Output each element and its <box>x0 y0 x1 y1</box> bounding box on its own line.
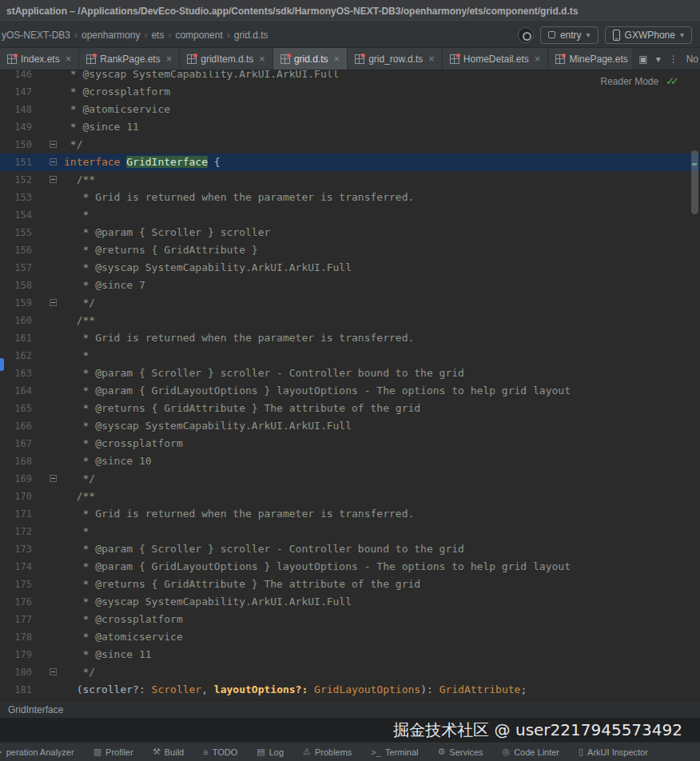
line-number[interactable]: 167 <box>0 435 32 452</box>
code-line[interactable]: 179 * @since 11 <box>0 646 700 663</box>
code-line[interactable]: 160 /** <box>0 312 700 329</box>
close-icon[interactable]: × <box>166 54 173 64</box>
line-number[interactable]: 164 <box>0 382 32 400</box>
line-number[interactable]: 168 <box>0 452 32 470</box>
editor-tab[interactable]: grid_row.d.ts× <box>348 48 443 70</box>
editor-tab[interactable]: HomeDetail.ets× <box>443 48 549 70</box>
line-number[interactable]: 155 <box>0 224 32 241</box>
close-icon[interactable]: × <box>334 54 340 64</box>
line-number[interactable]: 156 <box>0 241 32 259</box>
code-line[interactable]: 173 * @param { Scroller } scroller - Con… <box>0 540 700 558</box>
statusbar-item[interactable]: >_Terminal <box>371 747 418 757</box>
line-number[interactable]: 172 <box>0 523 32 540</box>
code-line[interactable]: 167 * @crossplatform <box>0 435 700 452</box>
statusbar-item[interactable]: ◔peration Analyzer <box>0 747 74 757</box>
close-icon[interactable]: × <box>66 54 72 64</box>
line-number[interactable]: 180 <box>0 663 32 681</box>
code-line[interactable]: 150 */ <box>0 136 700 153</box>
code-line[interactable]: 162 * <box>0 347 700 365</box>
line-number[interactable]: 158 <box>0 277 32 294</box>
code-line[interactable]: 169 */ <box>0 470 700 488</box>
line-number[interactable]: 148 <box>0 101 32 118</box>
line-number[interactable]: 174 <box>0 558 32 576</box>
structure-breadcrumb-item[interactable]: GridInterface <box>8 704 63 715</box>
code-line[interactable]: 163 * @param { Scroller } scroller - Con… <box>0 365 700 382</box>
inspections-ok-icon[interactable]: ✓✓ <box>666 75 679 87</box>
line-number[interactable]: 149 <box>0 118 32 136</box>
tab-options-kebab-icon[interactable]: ⋮ <box>669 54 678 65</box>
breadcrumb-item[interactable]: component <box>175 30 222 41</box>
statusbar-item[interactable]: ▥Profiler <box>93 747 133 757</box>
line-number[interactable]: 170 <box>0 488 32 505</box>
editor-tab[interactable]: Index.ets× <box>0 48 79 70</box>
device-manager-icon[interactable] <box>518 27 534 43</box>
line-number[interactable]: 150 <box>0 136 32 153</box>
reader-mode-label[interactable]: Reader Mode <box>600 76 658 87</box>
editor-tab[interactable]: RankPage.ets× <box>79 48 180 70</box>
line-number[interactable]: 161 <box>0 329 32 347</box>
code-line[interactable]: 161 * Grid is returned when the paramete… <box>0 329 700 347</box>
statusbar-item[interactable]: ≡TODO <box>203 747 237 757</box>
code-line[interactable]: 178 * @atomicservice <box>0 628 700 646</box>
code-line[interactable]: 155 * @param { Scroller } scroller <box>0 224 700 241</box>
statusbar-item[interactable]: ⚒Build <box>153 747 184 757</box>
code-line[interactable]: 149 * @since 11 <box>0 118 700 136</box>
editor-tab[interactable]: MinePage.ets× <box>548 48 632 70</box>
breadcrumb-item[interactable]: yOS-NEXT-DB3 <box>2 30 70 41</box>
code-line[interactable]: 147 * @crossplatform <box>0 83 700 101</box>
code-line[interactable]: 151interface GridInterface { <box>0 153 700 171</box>
close-icon[interactable]: × <box>535 54 541 64</box>
code-line[interactable]: 157 * @syscap SystemCapability.ArkUI.Ark… <box>0 259 700 277</box>
line-number[interactable]: 173 <box>0 540 32 558</box>
statusbar-item[interactable]: ◎Code Linter <box>503 747 559 757</box>
line-number[interactable]: 179 <box>0 646 32 663</box>
code-line[interactable]: 176 * @syscap SystemCapability.ArkUI.Ark… <box>0 593 700 611</box>
line-number[interactable]: 175 <box>0 576 32 593</box>
fold-marker-icon[interactable] <box>50 141 57 148</box>
code-line[interactable]: 171 * Grid is returned when the paramete… <box>0 505 700 523</box>
line-number[interactable]: 176 <box>0 593 32 611</box>
code-line[interactable]: 180 */ <box>0 663 700 681</box>
statusbar-item[interactable]: ⚙Services <box>437 747 483 757</box>
right-stripe-label[interactable]: No <box>686 54 698 65</box>
code-line[interactable]: 159 */ <box>0 294 700 312</box>
line-number[interactable]: 151 <box>0 153 32 171</box>
line-number[interactable]: 159 <box>0 294 32 312</box>
code-line[interactable]: 146 * @syscap SystemCapability.ArkUI.Ark… <box>0 70 700 83</box>
code-line[interactable]: 175 * @returns { GridAttribute } The att… <box>0 576 700 593</box>
line-number[interactable]: 177 <box>0 611 32 628</box>
code-line[interactable]: 168 * @since 10 <box>0 452 700 470</box>
line-number[interactable]: 181 <box>0 681 32 699</box>
line-number[interactable]: 163 <box>0 365 32 382</box>
line-number[interactable]: 154 <box>0 206 32 224</box>
code-line[interactable]: 165 * @returns { GridAttribute } The att… <box>0 400 700 417</box>
code-line[interactable]: 172 * <box>0 523 700 540</box>
recent-files-icon[interactable]: ▣ <box>638 54 647 65</box>
fold-marker-icon[interactable] <box>50 668 57 675</box>
line-number[interactable]: 146 <box>0 70 32 83</box>
code-line[interactable]: 154 * <box>0 206 700 224</box>
breadcrumb-item[interactable]: grid.d.ts <box>234 30 268 41</box>
line-number[interactable]: 178 <box>0 628 32 646</box>
code-line[interactable]: 164 * @param { GridLayoutOptions } layou… <box>0 382 700 400</box>
editor-tab[interactable]: grid.d.ts× <box>273 48 348 70</box>
code-line[interactable]: 152 /** <box>0 171 700 189</box>
line-number[interactable]: 169 <box>0 470 32 488</box>
fold-marker-icon[interactable] <box>50 475 57 482</box>
line-number[interactable]: 165 <box>0 400 32 417</box>
hidden-tabs-chevron-icon[interactable]: ▾ <box>656 54 661 65</box>
close-icon[interactable]: × <box>428 54 435 64</box>
device-selector[interactable]: GXWPhone ▾ <box>605 26 692 44</box>
breadcrumb-item[interactable]: ets <box>151 30 164 41</box>
statusbar-item[interactable]: ▯ArkUI Inspector <box>579 747 648 757</box>
line-number[interactable]: 171 <box>0 505 32 523</box>
editor-tab[interactable]: gridItem.d.ts× <box>180 48 273 70</box>
line-number[interactable]: 162 <box>0 347 32 365</box>
code-line[interactable]: 158 * @since 7 <box>0 277 700 294</box>
scrollbar-thumb[interactable] <box>691 150 698 214</box>
line-number[interactable]: 152 <box>0 171 32 189</box>
line-number[interactable]: 157 <box>0 259 32 277</box>
breadcrumb-item[interactable]: openharmony <box>82 30 140 41</box>
fold-marker-icon[interactable] <box>50 299 57 306</box>
code-line[interactable]: 153 * Grid is returned when the paramete… <box>0 189 700 206</box>
